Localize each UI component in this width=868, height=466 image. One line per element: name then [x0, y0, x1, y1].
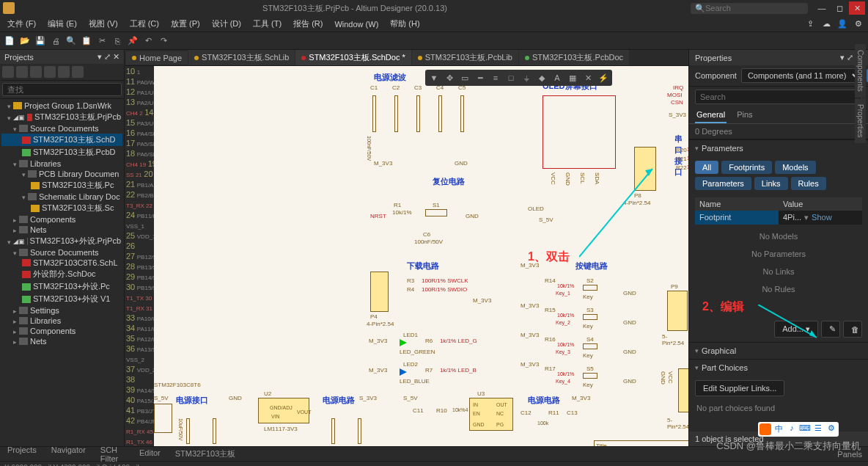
ime-icon-2[interactable]: 中 — [773, 423, 784, 435]
btab-schfilter[interactable]: SCH Filter — [93, 443, 125, 465]
menu-help[interactable]: 帮助 (H) — [386, 17, 424, 31]
wire-icon[interactable]: ━ — [473, 71, 488, 84]
tree-item[interactable]: Settings — [1, 305, 122, 316]
zoom-icon[interactable]: 🔍 — [65, 34, 78, 48]
btn-footprints[interactable]: Footprints — [721, 161, 772, 174]
edit-supplier-button[interactable]: Edit Supplier Links... — [695, 380, 784, 396]
menu-report[interactable]: 报告 (R) — [289, 17, 327, 31]
row-show[interactable]: Show — [812, 213, 832, 222]
ime-icon-4[interactable]: ⌨ — [799, 423, 811, 435]
minimize-button[interactable]: — — [814, 1, 830, 15]
btn-links[interactable]: Links — [754, 177, 788, 190]
btn-models[interactable]: Models — [775, 161, 815, 174]
global-search-input[interactable] — [705, 4, 803, 12]
btn-all[interactable]: All — [695, 161, 718, 174]
sec-part-choices[interactable]: Part Choices — [689, 360, 868, 376]
paste-icon[interactable]: 📌 — [126, 34, 139, 48]
cut-icon[interactable]: ✂ — [95, 34, 108, 48]
share-icon[interactable]: ⇪ — [803, 18, 817, 31]
tree-item[interactable]: STM32F103主板.Sc — [1, 202, 122, 214]
tree-item[interactable]: STM32F103C8T6.SchL — [1, 258, 122, 268]
side-tab-components[interactable]: Components — [855, 44, 866, 98]
ime-icon-1[interactable] — [760, 423, 771, 435]
ime-icon-6[interactable]: ⚙ — [825, 423, 837, 435]
document-tab[interactable]: STM32F103主板.PcbDoc — [519, 50, 629, 65]
tree-item[interactable]: STM32F103+外设 V1 — [1, 293, 122, 305]
btab-navigator[interactable]: Navigator — [44, 443, 93, 465]
prop-scope-select[interactable]: Components (and 11 more) — [741, 68, 862, 83]
tree-item[interactable]: STM32F103主板.SchD — [1, 134, 122, 146]
global-search[interactable]: 🔍 — [691, 3, 808, 14]
open-icon[interactable]: 📂 — [18, 34, 32, 48]
tab-pins[interactable]: Pins — [735, 107, 754, 123]
menu-edit[interactable]: 编辑 (E) — [43, 17, 81, 31]
part-icon[interactable]: ◆ — [534, 71, 549, 84]
tree-item[interactable]: PCB Library Documen — [1, 169, 122, 179]
gear-icon[interactable]: ⚙ — [852, 18, 865, 31]
ptb-icon-5[interactable] — [58, 66, 70, 78]
tree-item[interactable]: Project Group 1.DsnWrk — [1, 101, 122, 111]
tree-item[interactable]: STM32F103主板.PcbD — [1, 146, 122, 159]
btab-projects[interactable]: Projects — [0, 443, 44, 465]
projects-search-input[interactable] — [2, 83, 122, 96]
tree-item[interactable]: Components — [1, 326, 122, 336]
ime-icon-3[interactable]: ♪ — [786, 423, 798, 435]
prop-search-input[interactable] — [695, 90, 862, 104]
print-icon[interactable]: 🖨 — [49, 34, 62, 48]
new-icon[interactable]: 📄 — [3, 34, 16, 48]
tree-item[interactable]: Libraries — [1, 316, 122, 326]
probe-icon[interactable]: ⚡ — [596, 71, 611, 84]
move-icon[interactable]: ✥ — [442, 71, 457, 84]
document-tab[interactable]: STM32F103主板.PcbLib — [412, 50, 518, 65]
tree-item[interactable]: Schematic Library Doc — [1, 192, 122, 202]
add-button[interactable]: Add... ▾ — [774, 321, 818, 338]
bus-icon[interactable]: ≡ — [488, 71, 503, 84]
tab-general[interactable]: General — [695, 107, 727, 123]
ptb-icon-4[interactable] — [44, 66, 56, 78]
document-tab[interactable]: STM32F103主板.SchLib — [188, 50, 295, 65]
user-icon[interactable]: 👤 — [836, 18, 849, 31]
menu-design[interactable]: 设计 (D) — [207, 17, 246, 31]
tree-item[interactable]: 外设部分.SchDoc — [1, 268, 122, 280]
select-icon[interactable]: ▭ — [457, 71, 472, 84]
copy-icon[interactable]: ⎘ — [111, 34, 124, 48]
schematic-canvas[interactable]: 10 1 11 PA0/WKUP/ USART2_CTS/ ADC12_IN0/… — [125, 66, 688, 446]
ime-icon-5[interactable]: ☰ — [812, 423, 824, 435]
power-icon[interactable]: ⏚ — [519, 71, 534, 84]
btn-rules[interactable]: Rules — [791, 177, 826, 190]
row-footprint-name[interactable]: Footprint — [695, 211, 779, 225]
tree-item[interactable]: STM32F103主板.Pc — [1, 179, 122, 192]
btab-editor[interactable]: Editor — [132, 446, 168, 462]
close-button[interactable]: ✕ — [849, 1, 865, 15]
tree-item[interactable]: Source Documents — [1, 123, 122, 134]
menu-file[interactable]: 文件 (F) — [3, 17, 40, 31]
btab-doc[interactable]: STM32F103主板 — [168, 446, 243, 462]
tree-item[interactable]: Libraries — [1, 159, 122, 169]
ptb-icon-3[interactable] — [30, 66, 42, 78]
sec-parameters[interactable]: Parameters — [689, 140, 868, 156]
document-tab[interactable]: STM32F103主板.SchDoc * — [295, 50, 411, 65]
tree-item[interactable]: Nets — [1, 225, 122, 235]
filter-icon[interactable]: ▼ — [427, 71, 441, 84]
tree-item[interactable]: ◢▣STM32F103+外设.PrjPcb — [1, 235, 122, 247]
edit-icon[interactable]: ✎ — [821, 321, 840, 338]
menu-window[interactable]: Window (W) — [330, 18, 383, 30]
tree-item[interactable]: Nets — [1, 336, 122, 346]
delete-icon[interactable]: 🗑 — [843, 321, 862, 338]
tree-item[interactable]: Source Documents — [1, 247, 122, 258]
ptb-icon-2[interactable] — [16, 66, 28, 78]
cloud-icon[interactable]: ☁ — [820, 18, 833, 31]
text-icon[interactable]: A — [550, 71, 564, 84]
cross-icon[interactable]: ✕ — [581, 71, 595, 84]
menu-view[interactable]: 视图 (V) — [84, 17, 122, 31]
sec-graphical[interactable]: Graphical — [689, 343, 868, 359]
save-icon[interactable]: 💾 — [34, 34, 47, 48]
panel-menu-icon[interactable]: ▾ ⤢ ✕ — [98, 52, 119, 62]
tree-item[interactable]: STM32F103+外设.Pc — [1, 280, 122, 293]
row-footprint-value[interactable]: 4Pi... — [783, 213, 801, 222]
clipboard-icon[interactable]: 📋 — [80, 34, 93, 48]
side-tab-properties[interactable]: Properties — [855, 98, 866, 144]
netlabel-icon[interactable]: □ — [504, 71, 518, 84]
sheet-icon[interactable]: ▦ — [565, 71, 580, 84]
redo-icon[interactable]: ↷ — [157, 34, 170, 48]
